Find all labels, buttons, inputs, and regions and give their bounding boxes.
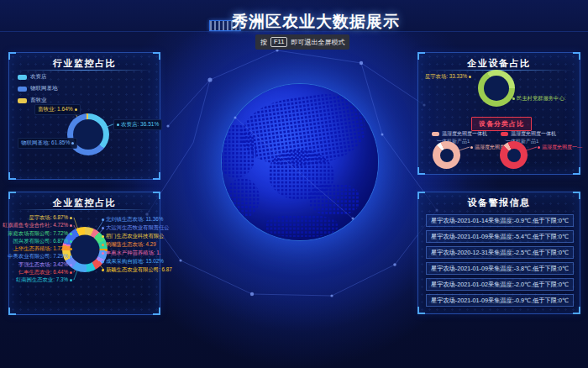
label-dot	[469, 76, 471, 78]
globe-continent-dots	[265, 215, 338, 237]
chart-label: 北刘镇生态农场: 11.36%	[102, 216, 163, 223]
fullscreen-tip: 按 F11 即可退出全屏模式	[255, 34, 349, 50]
page-title: 秀洲区农业大数据展示	[22, 11, 588, 33]
legend-label: 温湿度光照度一体机	[511, 130, 556, 138]
fullscreen-tip-suffix: 即可退出全屏模式	[291, 38, 344, 47]
fullscreen-tip-prefix: 按	[260, 38, 267, 47]
chart-label: 星宇农场: 6.87%	[29, 214, 72, 222]
chart-label: 大运河生态牧业有限责任公	[102, 224, 170, 232]
device-panel-title: 企业设备占比	[418, 57, 580, 70]
enterprise-panel-title: 企业监控占比	[9, 197, 160, 209]
chart-label: 物联网基地: 61.85%	[18, 138, 77, 149]
legend-item[interactable]: 温湿度光照度一体机	[501, 130, 556, 138]
chart-label: 李强生态农场: 3.42%	[18, 261, 72, 269]
label-dot	[70, 240, 72, 243]
label-dot	[70, 217, 72, 219]
globe-continent-dots	[222, 124, 256, 177]
legend-item[interactable]: 物联网基地	[18, 85, 58, 92]
label-dot	[470, 146, 473, 149]
chart-label: 畜牧业: 1.64%	[34, 104, 81, 115]
label-dot	[70, 224, 72, 227]
legend-item[interactable]: 温湿度光照度一体机	[432, 130, 487, 138]
chart-label: 中奥农业有限公司: 7.29%	[8, 253, 72, 260]
chart-label: 丰惠水产种苗养殖场: 1.	[102, 250, 160, 257]
alarm-row: 星宇农场-2020-12-31采集温度:-2.5℃,低于下限:0℃	[426, 246, 574, 259]
f11-keycap: F11	[270, 37, 287, 47]
label-dot	[102, 252, 104, 255]
dashboard-screen: 秀洲区农业大数据展示 按 F11 即可退出全屏模式 行业监控占比 农资店 物联网…	[0, 0, 588, 368]
device-alarm-panel: 设备警报信息 星宇农场-2021-01-14采集温度:-0.9℃,低于下限:0℃…	[417, 192, 580, 314]
legend-swatch	[501, 132, 508, 136]
label-dot	[70, 255, 72, 258]
chart-label: 温湿度光照度一—	[538, 144, 582, 151]
legend-swatch	[18, 75, 27, 80]
label-dot	[70, 248, 72, 250]
alarm-row: 星宇农场-2021-01-09采集温度:-3.8℃,低于下限:0℃	[426, 262, 574, 275]
chart-label: 上华生态养殖场: 1.72%	[13, 245, 72, 253]
globe-continent-dots	[309, 184, 360, 215]
globe-visualization	[222, 84, 378, 240]
divider	[16, 70, 153, 71]
legend-label: 温湿度光照度一体机	[442, 130, 487, 138]
device-category-donut-right[interactable]	[500, 141, 528, 169]
divider	[16, 209, 153, 210]
device-category-donut-left[interactable]	[433, 141, 460, 169]
industry-monitor-panel: 行业监控占比 农资店 物联网基地 畜牧业 畜牧业: 1.64%	[8, 52, 160, 180]
legend-label: 农资店	[30, 73, 47, 81]
chart-label: 民主村党群服务中心:	[512, 95, 565, 103]
industry-donut-chart[interactable]	[67, 113, 109, 155]
label-dot	[102, 227, 104, 229]
legend-label: 物联网基地	[30, 85, 58, 92]
legend-swatch	[432, 132, 439, 136]
label-dot	[70, 264, 72, 266]
label-dot	[102, 235, 104, 238]
legend-item[interactable]: 农资店	[18, 73, 58, 81]
alarm-row: 星宇农场-2021-01-09采集温度:-0.9℃,低于下限:0℃	[426, 294, 574, 307]
legend-item[interactable]: 畜牧业	[18, 97, 58, 104]
device-ratio-panel: 企业设备占比 星宇农场: 33.33% 民主村党群服务中心: 设备分类占比 温湿…	[417, 52, 580, 175]
label-dot	[512, 97, 515, 100]
device-category-subtitle: 设备分类占比	[471, 117, 532, 131]
alarm-row: 星宇农场-2021-01-02采集温度:-2.0℃,低于下限:0℃	[426, 278, 574, 291]
label-dot	[75, 108, 77, 111]
device-donut-chart[interactable]	[478, 70, 515, 107]
industry-panel-title: 行业监控占比	[9, 57, 160, 70]
chart-label: 红南园生态农业: 7.3%	[16, 276, 72, 284]
label-dot	[102, 269, 104, 271]
chart-label: 家庭农场有限公司: 7.72%	[8, 230, 72, 238]
label-dot	[102, 244, 104, 246]
chart-label: 农资店: 36.51%	[113, 119, 162, 130]
label-dot	[117, 124, 119, 126]
chart-label: 仁丰生态农业: 6.44%	[18, 269, 72, 276]
alarm-row: 星宇农场-2021-01-14采集温度:-0.9℃,低于下限:0℃	[426, 214, 574, 227]
legend-swatch	[18, 87, 27, 92]
chart-label: 鸭嘴荡生态农场: 4.29	[102, 241, 156, 249]
label-dot	[70, 233, 72, 235]
chart-label: 稻门生态农业科技有限公	[102, 233, 164, 240]
legend-label: 畜牧业	[30, 97, 47, 104]
chart-label: 红旗甫鱼专业合作社: 4.72%	[3, 222, 72, 229]
enterprise-monitor-panel: 企业监控占比 星宇农场: 6.87% 红旗甫鱼专业合作社: 4.72% 家庭农场…	[8, 192, 160, 315]
chart-label: 新颖生态农业有限公司: 6.87	[102, 266, 172, 274]
label-dot	[102, 218, 104, 221]
alarm-panel-title: 设备警报信息	[418, 197, 580, 209]
label-dot	[70, 279, 72, 281]
label-dot	[70, 271, 72, 274]
industry-legend: 农资店 物联网基地 畜牧业	[18, 73, 58, 108]
legend-swatch	[18, 98, 27, 103]
chart-label: 国兴发有限公司: 6.87%	[13, 238, 72, 245]
alarm-row: 星宇农场-2021-01-09采集温度:-5.4℃,低于下限:0℃	[426, 230, 574, 243]
label-dot	[71, 142, 74, 145]
label-dot	[538, 146, 540, 149]
label-dot	[102, 260, 104, 263]
chart-label: 星宇农场: 33.33%	[425, 73, 471, 81]
chart-label: 成果采购自留地: 15.02%	[102, 258, 164, 265]
